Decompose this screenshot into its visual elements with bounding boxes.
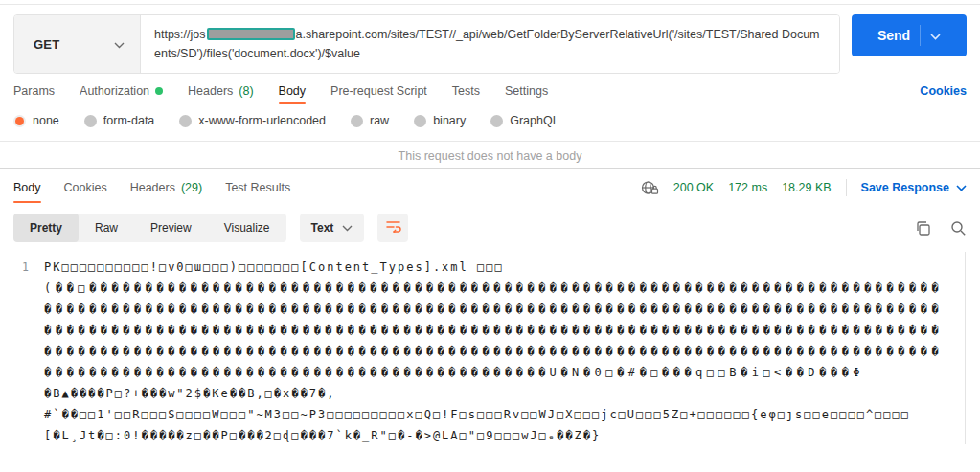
line-number — [0, 278, 29, 299]
code-line: ����������������������������������������… — [0, 320, 980, 341]
wrap-lines-button[interactable] — [377, 214, 408, 242]
response-tab-body[interactable]: Body — [13, 169, 41, 207]
response-view-toolbar: Pretty Raw Preview Visualize Text — [0, 207, 980, 252]
body-mode-graphql[interactable]: GraphQL — [490, 114, 558, 127]
response-headers-count: (29) — [181, 181, 202, 194]
radio-icon — [414, 115, 426, 127]
tab-label: Pre-request Script — [330, 84, 427, 98]
code-line: ����������������������������������������… — [0, 341, 980, 362]
body-mode-x-www-form-urlencoded[interactable]: x-www-form-urlencoded — [179, 114, 326, 127]
radio-icon — [490, 115, 503, 127]
meta-divider — [846, 179, 847, 196]
tab-tests[interactable]: Tests — [452, 74, 480, 108]
line-number — [0, 404, 29, 425]
format-select-value: Text — [311, 221, 334, 235]
code-text: (��□������������������������������������… — [44, 278, 943, 299]
line-number — [0, 341, 29, 362]
code-line: ����������������������������������������… — [0, 362, 980, 383]
status-badge[interactable]: 200 OK — [673, 181, 714, 194]
method-label: GET — [34, 37, 59, 52]
tab-pre-request-script[interactable]: Pre-request Script — [330, 74, 427, 108]
tab-body[interactable]: Body — [279, 74, 307, 108]
request-tabs: Params Authorization Headers(8) Body Pre… — [0, 74, 980, 108]
line-number — [0, 383, 29, 404]
code-line: (��□������������������������������������… — [0, 278, 980, 299]
copy-icon[interactable] — [915, 220, 931, 236]
tab-authorization[interactable]: Authorization — [80, 74, 163, 108]
response-tab-test-results[interactable]: Test Results — [225, 169, 290, 207]
method-selector[interactable]: GET — [14, 15, 141, 73]
code-line: #`��□□1'□□R□□□S□□□□W□□□"~M3□□~P3□□□□□□□□… — [0, 404, 980, 425]
radio-icon — [84, 115, 97, 127]
mode-label: raw — [370, 114, 389, 127]
editor-scrollbar[interactable] — [965, 252, 966, 444]
code-line: 1PK□□□□□□□□□□!□v0□ɯ□□□)□□□□□□□[Content_T… — [0, 257, 980, 278]
response-tab-cookies[interactable]: Cookies — [64, 169, 107, 207]
tab-label: Headers — [130, 181, 175, 194]
redaction-overlay — [207, 28, 295, 40]
tab-label: Headers — [188, 84, 233, 98]
tab-label: Body — [279, 84, 307, 98]
tab-label: Params — [13, 84, 55, 98]
body-mode-form-data[interactable]: form-data — [84, 114, 155, 127]
view-tab-visualize[interactable]: Visualize — [208, 214, 286, 242]
code-text: ����������������������������������������… — [44, 362, 864, 383]
empty-body-message-wrap: This request does not have a body — [0, 142, 980, 168]
view-tab-pretty[interactable]: Pretty — [13, 214, 79, 242]
wrap-lines-icon — [385, 219, 401, 236]
code-text: ����������������������������������������… — [44, 320, 943, 341]
view-tab-raw[interactable]: Raw — [79, 214, 134, 242]
send-split-divider — [920, 25, 921, 46]
chevron-down-icon — [114, 35, 125, 53]
tab-label: Cookies — [64, 181, 107, 194]
chevron-down-icon — [342, 221, 353, 235]
line-number — [0, 362, 29, 383]
save-response-button[interactable]: Save Response — [861, 181, 967, 194]
code-text: �B▲����P□?+���w"2$�Ke��B,□�x��7�, — [44, 383, 335, 404]
cookies-link[interactable]: Cookies — [920, 84, 967, 98]
url-input[interactable]: https://josa.sharepoint.com/sites/TEST//… — [141, 15, 839, 73]
response-tools — [915, 220, 967, 236]
response-time[interactable]: 172 ms — [728, 181, 767, 194]
headers-count: (8) — [239, 84, 253, 98]
network-globe-lock-icon[interactable] — [641, 180, 659, 195]
mode-label: binary — [433, 114, 466, 127]
request-url-bar: GET https://josa.sharepoint.com/sites/TE… — [0, 5, 980, 74]
tab-label: Authorization — [80, 84, 149, 98]
tab-settings[interactable]: Settings — [505, 74, 548, 108]
mode-label: x-www-form-urlencoded — [198, 114, 326, 127]
send-options-chevron-icon[interactable] — [930, 29, 941, 43]
code-line: [�L¸Jt�□:0!�����z□��P□���2□ɖ□���7`k�_R"□… — [0, 425, 980, 444]
line-number: 1 — [0, 257, 29, 278]
response-tabs: Body Cookies Headers(29) Test Results 20… — [0, 169, 980, 207]
code-text: #`��□□1'□□R□□□S□□□□W□□□"~M3□□~P3□□□□□□□□… — [44, 404, 910, 425]
response-size[interactable]: 18.29 KB — [782, 181, 831, 194]
view-tab-preview[interactable]: Preview — [134, 214, 208, 242]
url-prefix: https://jos — [154, 28, 206, 41]
tab-label: Test Results — [225, 181, 290, 194]
save-response-label: Save Response — [861, 181, 949, 194]
tab-label: Body — [13, 181, 41, 194]
body-mode-binary[interactable]: binary — [414, 114, 466, 127]
mode-label: none — [33, 114, 59, 127]
response-tab-headers[interactable]: Headers(29) — [130, 169, 202, 207]
code-line: ����������������������������������������… — [0, 299, 980, 320]
auth-status-dot — [155, 87, 163, 95]
format-select[interactable]: Text — [300, 214, 365, 242]
response-meta: 200 OK 172 ms 18.29 KB Save Response — [641, 179, 967, 196]
body-mode-raw[interactable]: raw — [351, 114, 389, 127]
tab-headers[interactable]: Headers(8) — [188, 74, 254, 108]
search-icon[interactable] — [950, 220, 967, 236]
method-url-group: GET https://josa.sharepoint.com/sites/TE… — [13, 14, 840, 74]
body-mode-none[interactable]: none — [13, 114, 59, 127]
radio-icon — [351, 115, 363, 127]
chevron-down-icon — [956, 181, 967, 194]
radio-selected-icon — [13, 115, 26, 127]
response-body-editor[interactable]: 1PK□□□□□□□□□□!□v0□ɯ□□□)□□□□□□□[Content_T… — [0, 252, 980, 444]
radio-icon — [179, 115, 192, 127]
tab-params[interactable]: Params — [13, 74, 55, 108]
mode-label: form-data — [103, 114, 155, 127]
send-button[interactable]: Send — [852, 14, 967, 56]
mode-label: GraphQL — [510, 114, 558, 127]
body-mode-selector: none form-data x-www-form-urlencoded raw… — [0, 108, 980, 141]
